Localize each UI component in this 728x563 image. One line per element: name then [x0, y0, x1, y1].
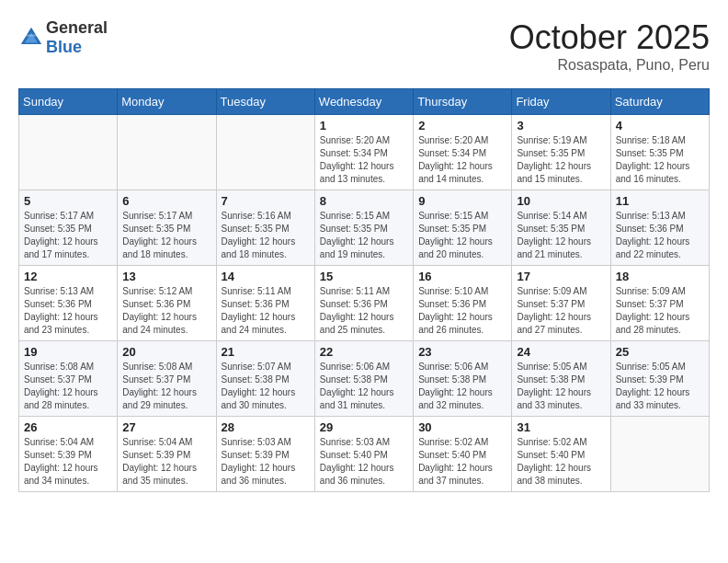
day-number: 1: [320, 119, 408, 132]
calendar-cell: 3Sunrise: 5:19 AM Sunset: 5:35 PM Daylig…: [512, 115, 610, 190]
calendar-cell: 1Sunrise: 5:20 AM Sunset: 5:34 PM Daylig…: [314, 115, 413, 190]
calendar-cell: 30Sunrise: 5:02 AM Sunset: 5:40 PM Dayli…: [414, 417, 512, 492]
day-number: 30: [418, 420, 506, 434]
calendar-cell: 18Sunrise: 5:09 AM Sunset: 5:37 PM Dayli…: [610, 266, 709, 341]
day-info: Sunrise: 5:20 AM Sunset: 5:34 PM Dayligh…: [320, 134, 408, 186]
calendar-cell: 9Sunrise: 5:15 AM Sunset: 5:35 PM Daylig…: [414, 190, 512, 266]
day-number: 29: [320, 420, 408, 434]
title-block: October 2025 Rosaspata, Puno, Peru: [509, 18, 710, 74]
calendar-cell: 6Sunrise: 5:17 AM Sunset: 5:35 PM Daylig…: [118, 190, 216, 266]
calendar-cell: 27Sunrise: 5:04 AM Sunset: 5:39 PM Dayli…: [118, 417, 216, 492]
day-info: Sunrise: 5:02 AM Sunset: 5:40 PM Dayligh…: [418, 436, 506, 488]
day-number: 21: [222, 345, 310, 359]
col-header-saturday: Saturday: [610, 89, 709, 115]
day-number: 2: [418, 119, 506, 132]
day-info: Sunrise: 5:13 AM Sunset: 5:36 PM Dayligh…: [616, 210, 704, 261]
calendar-cell: [118, 115, 216, 190]
calendar-cell: 4Sunrise: 5:18 AM Sunset: 5:35 PM Daylig…: [610, 115, 709, 190]
day-info: Sunrise: 5:07 AM Sunset: 5:38 PM Dayligh…: [222, 361, 310, 412]
day-info: Sunrise: 5:05 AM Sunset: 5:39 PM Dayligh…: [616, 361, 704, 412]
calendar-cell: 16Sunrise: 5:10 AM Sunset: 5:36 PM Dayli…: [414, 266, 512, 341]
day-info: Sunrise: 5:11 AM Sunset: 5:36 PM Dayligh…: [320, 285, 408, 337]
calendar-cell: 17Sunrise: 5:09 AM Sunset: 5:37 PM Dayli…: [512, 266, 610, 341]
day-number: 9: [418, 194, 506, 208]
day-info: Sunrise: 5:04 AM Sunset: 5:39 PM Dayligh…: [122, 436, 210, 488]
calendar-cell: 22Sunrise: 5:06 AM Sunset: 5:38 PM Dayli…: [314, 341, 413, 417]
calendar-week-row: 5Sunrise: 5:17 AM Sunset: 5:35 PM Daylig…: [19, 190, 710, 266]
calendar-cell: 15Sunrise: 5:11 AM Sunset: 5:36 PM Dayli…: [314, 266, 413, 341]
day-info: Sunrise: 5:04 AM Sunset: 5:39 PM Dayligh…: [24, 436, 112, 488]
day-info: Sunrise: 5:03 AM Sunset: 5:39 PM Dayligh…: [222, 436, 310, 488]
day-info: Sunrise: 5:18 AM Sunset: 5:35 PM Dayligh…: [616, 134, 704, 186]
day-info: Sunrise: 5:14 AM Sunset: 5:35 PM Dayligh…: [517, 210, 605, 261]
calendar-week-row: 26Sunrise: 5:04 AM Sunset: 5:39 PM Dayli…: [19, 417, 710, 492]
day-info: Sunrise: 5:02 AM Sunset: 5:40 PM Dayligh…: [517, 436, 605, 488]
calendar-cell: 14Sunrise: 5:11 AM Sunset: 5:36 PM Dayli…: [216, 266, 314, 341]
calendar-cell: 29Sunrise: 5:03 AM Sunset: 5:40 PM Dayli…: [314, 417, 413, 492]
day-number: 17: [517, 270, 605, 283]
day-info: Sunrise: 5:09 AM Sunset: 5:37 PM Dayligh…: [616, 285, 704, 337]
day-info: Sunrise: 5:16 AM Sunset: 5:35 PM Dayligh…: [222, 210, 310, 261]
day-info: Sunrise: 5:08 AM Sunset: 5:37 PM Dayligh…: [24, 361, 112, 412]
day-number: 25: [616, 345, 704, 359]
calendar-cell: 10Sunrise: 5:14 AM Sunset: 5:35 PM Dayli…: [512, 190, 610, 266]
col-header-friday: Friday: [512, 89, 610, 115]
logo-text-general: General: [46, 18, 108, 37]
calendar-cell: 19Sunrise: 5:08 AM Sunset: 5:37 PM Dayli…: [19, 341, 118, 417]
calendar-cell: 31Sunrise: 5:02 AM Sunset: 5:40 PM Dayli…: [512, 417, 610, 492]
day-number: 11: [616, 194, 704, 208]
calendar-cell: 25Sunrise: 5:05 AM Sunset: 5:39 PM Dayli…: [610, 341, 709, 417]
day-number: 7: [222, 194, 310, 208]
day-number: 6: [122, 194, 210, 208]
day-number: 23: [418, 345, 506, 359]
day-number: 5: [24, 194, 112, 208]
day-number: 18: [616, 270, 704, 283]
calendar-week-row: 19Sunrise: 5:08 AM Sunset: 5:37 PM Dayli…: [19, 341, 710, 417]
day-info: Sunrise: 5:09 AM Sunset: 5:37 PM Dayligh…: [517, 285, 605, 337]
day-number: 15: [320, 270, 408, 283]
calendar-header-row: SundayMondayTuesdayWednesdayThursdayFrid…: [19, 89, 710, 115]
day-info: Sunrise: 5:20 AM Sunset: 5:34 PM Dayligh…: [418, 134, 506, 186]
day-number: 20: [122, 345, 210, 359]
col-header-tuesday: Tuesday: [216, 89, 314, 115]
col-header-thursday: Thursday: [414, 89, 512, 115]
calendar-cell: 5Sunrise: 5:17 AM Sunset: 5:35 PM Daylig…: [19, 190, 118, 266]
calendar-cell: 11Sunrise: 5:13 AM Sunset: 5:36 PM Dayli…: [610, 190, 709, 266]
day-number: 4: [616, 119, 704, 132]
page-header: General Blue October 2025 Rosaspata, Pun…: [18, 18, 710, 74]
day-info: Sunrise: 5:03 AM Sunset: 5:40 PM Dayligh…: [320, 436, 408, 488]
col-header-monday: Monday: [118, 89, 216, 115]
calendar-cell: [610, 417, 709, 492]
day-info: Sunrise: 5:13 AM Sunset: 5:36 PM Dayligh…: [24, 285, 112, 337]
day-info: Sunrise: 5:08 AM Sunset: 5:37 PM Dayligh…: [122, 361, 210, 412]
calendar-cell: 23Sunrise: 5:06 AM Sunset: 5:38 PM Dayli…: [414, 341, 512, 417]
day-info: Sunrise: 5:11 AM Sunset: 5:36 PM Dayligh…: [222, 285, 310, 337]
day-info: Sunrise: 5:06 AM Sunset: 5:38 PM Dayligh…: [320, 361, 408, 412]
col-header-wednesday: Wednesday: [314, 89, 413, 115]
month-title: October 2025: [509, 18, 710, 57]
calendar-cell: [19, 115, 118, 190]
day-number: 12: [24, 270, 112, 283]
day-info: Sunrise: 5:12 AM Sunset: 5:36 PM Dayligh…: [122, 285, 210, 337]
day-number: 27: [122, 420, 210, 434]
day-info: Sunrise: 5:17 AM Sunset: 5:35 PM Dayligh…: [24, 210, 112, 261]
calendar-cell: 24Sunrise: 5:05 AM Sunset: 5:38 PM Dayli…: [512, 341, 610, 417]
calendar-cell: [216, 115, 314, 190]
day-number: 8: [320, 194, 408, 208]
logo-icon: [18, 25, 44, 51]
calendar-cell: 28Sunrise: 5:03 AM Sunset: 5:39 PM Dayli…: [216, 417, 314, 492]
calendar-cell: 7Sunrise: 5:16 AM Sunset: 5:35 PM Daylig…: [216, 190, 314, 266]
day-info: Sunrise: 5:10 AM Sunset: 5:36 PM Dayligh…: [418, 285, 506, 337]
day-info: Sunrise: 5:17 AM Sunset: 5:35 PM Dayligh…: [122, 210, 210, 261]
day-info: Sunrise: 5:15 AM Sunset: 5:35 PM Dayligh…: [320, 210, 408, 261]
day-number: 24: [517, 345, 605, 359]
calendar-cell: 26Sunrise: 5:04 AM Sunset: 5:39 PM Dayli…: [19, 417, 118, 492]
calendar-cell: 12Sunrise: 5:13 AM Sunset: 5:36 PM Dayli…: [19, 266, 118, 341]
location-title: Rosaspata, Puno, Peru: [509, 57, 710, 74]
day-info: Sunrise: 5:19 AM Sunset: 5:35 PM Dayligh…: [517, 134, 605, 186]
day-number: 10: [517, 194, 605, 208]
day-number: 3: [517, 119, 605, 132]
logo: General Blue: [18, 18, 108, 57]
calendar-cell: 2Sunrise: 5:20 AM Sunset: 5:34 PM Daylig…: [414, 115, 512, 190]
calendar-table: SundayMondayTuesdayWednesdayThursdayFrid…: [18, 88, 710, 492]
